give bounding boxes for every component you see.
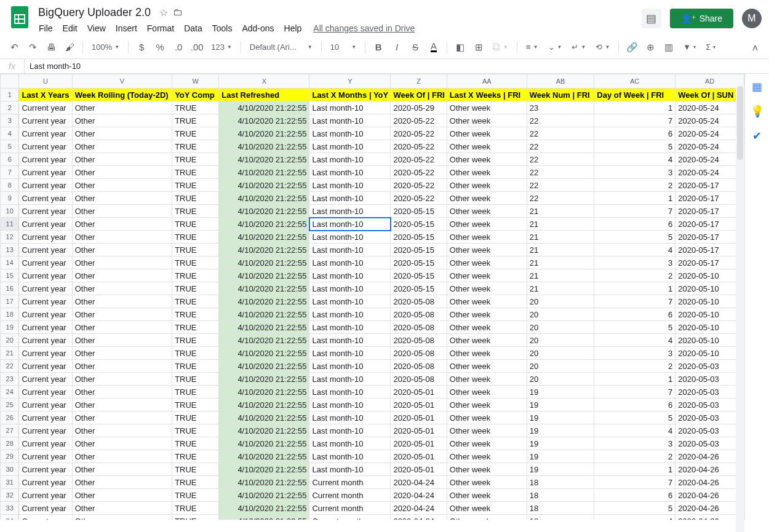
cell[interactable]: Last month-10 [309,360,391,373]
cell[interactable]: TRUE [172,192,219,205]
cell[interactable]: 20 [527,295,594,308]
cell[interactable]: Other week [447,424,527,437]
cell[interactable]: 19 [527,411,594,424]
cell[interactable]: 2020-05-03 [675,424,744,437]
cell[interactable]: 2020-05-15 [391,231,447,244]
cell[interactable]: Current year [19,411,72,424]
cell[interactable]: Other [72,231,172,244]
cell[interactable]: 19 [527,399,594,411]
cell[interactable]: Last month-10 [309,192,391,205]
cell[interactable]: 4/10/2020 21:22:55 [219,101,309,114]
cell[interactable]: 2020-05-17 [675,205,744,218]
row-header-17[interactable]: 17 [1,295,19,308]
cell[interactable]: Other [72,256,172,269]
cell[interactable]: 4/10/2020 21:22:55 [219,153,309,166]
cell[interactable]: 2020-05-01 [391,386,447,399]
cell[interactable]: TRUE [172,179,219,192]
cell[interactable]: Last month-10 [309,463,391,476]
cell[interactable]: 4/10/2020 21:22:55 [219,347,309,360]
cell[interactable]: Last month-10 [309,347,391,360]
cell[interactable]: 2 [594,360,675,373]
cell[interactable]: TRUE [172,321,219,334]
cell[interactable]: 2020-04-26 [675,489,744,502]
row-header-12[interactable]: 12 [1,231,19,244]
cell[interactable]: Other [72,153,172,166]
cell[interactable]: 2020-05-10 [675,295,744,308]
cell[interactable]: Current year [19,295,72,308]
cell[interactable]: Last month-10 [309,127,391,140]
spreadsheet-grid[interactable]: UVWXYZAAABACAD1Last X YearsWeek Rolling … [0,74,744,520]
cell[interactable]: 2020-05-08 [391,334,447,347]
functions-dropdown[interactable]: Σ▾ [702,39,719,55]
cell[interactable]: Other [72,269,172,282]
cell[interactable]: 4 [594,244,675,256]
cell[interactable]: 4/10/2020 21:22:55 [219,166,309,179]
cell[interactable]: 19 [527,437,594,450]
cell[interactable]: Last month-10 [309,140,391,153]
filter-dropdown[interactable]: ▼▾ [679,39,699,55]
cell[interactable]: 2020-05-10 [675,334,744,347]
row-header-4[interactable]: 4 [1,127,19,140]
cell[interactable]: 20 [527,334,594,347]
cell[interactable]: Other [72,437,172,450]
cell[interactable]: 4/10/2020 21:22:55 [219,179,309,192]
cell[interactable]: Last month-10 [309,166,391,179]
cell[interactable]: Last month-10 [309,386,391,399]
cell[interactable]: 2020-05-08 [391,308,447,321]
cell[interactable]: Current month [309,502,391,515]
cell[interactable]: TRUE [172,373,219,386]
col-header-AB[interactable]: AB [527,74,594,89]
cell[interactable]: 21 [527,269,594,282]
cell[interactable]: TRUE [172,140,219,153]
cell[interactable]: 20 [527,308,594,321]
cell[interactable]: Current year [19,192,72,205]
cell[interactable]: 2020-05-08 [391,347,447,360]
cell[interactable]: Other week [447,502,527,515]
cell[interactable]: 22 [527,114,594,127]
cell[interactable]: Other week [447,386,527,399]
cell[interactable]: Current year [19,179,72,192]
cell[interactable]: TRUE [172,450,219,463]
row-header-13[interactable]: 13 [1,244,19,256]
cell[interactable]: 2020-05-29 [391,101,447,114]
cell[interactable]: 2020-05-01 [391,399,447,411]
cell[interactable]: 2020-05-10 [675,308,744,321]
cell[interactable]: Current year [19,502,72,515]
col-header-V[interactable]: V [72,74,172,89]
cell[interactable]: Current year [19,218,72,231]
cell[interactable]: Last month-10 [309,231,391,244]
header-cell[interactable]: Last Refreshed [219,89,309,101]
decrease-decimal-button[interactable]: .0 [170,39,186,55]
row-header-26[interactable]: 26 [1,411,19,424]
cell[interactable]: Other week [447,140,527,153]
header-cell[interactable]: Week Of | FRI [391,89,447,101]
cell[interactable]: 3 [594,256,675,269]
menu-format[interactable]: Format [143,21,178,36]
cell[interactable]: Other [72,179,172,192]
cell[interactable]: 2020-05-17 [675,244,744,256]
cell[interactable]: Current month [309,515,391,520]
cell[interactable]: Current year [19,386,72,399]
cell[interactable]: Current month [309,476,391,489]
row-header-18[interactable]: 18 [1,308,19,321]
row-header-21[interactable]: 21 [1,347,19,360]
cell[interactable]: Other week [447,153,527,166]
cell[interactable]: 6 [594,218,675,231]
cell[interactable]: 4/10/2020 21:22:55 [219,360,309,373]
cell[interactable]: Other [72,424,172,437]
row-header-22[interactable]: 22 [1,360,19,373]
share-button[interactable]: 👤⁺ Share [670,9,733,28]
cell[interactable]: 2020-05-03 [675,373,744,386]
cell[interactable]: 4/10/2020 21:22:55 [219,321,309,334]
cell[interactable]: Current year [19,256,72,269]
cell[interactable]: Current year [19,140,72,153]
row-header-32[interactable]: 32 [1,489,19,502]
cell[interactable]: 2020-05-22 [391,140,447,153]
cell[interactable]: Other week [447,231,527,244]
cell[interactable]: 20 [527,321,594,334]
cell[interactable]: 4/10/2020 21:22:55 [219,218,309,231]
cell[interactable]: 2020-05-24 [675,101,744,114]
cell[interactable]: 2020-05-22 [391,114,447,127]
cell[interactable]: Other [72,411,172,424]
chart-button[interactable]: ▥ [661,39,677,55]
